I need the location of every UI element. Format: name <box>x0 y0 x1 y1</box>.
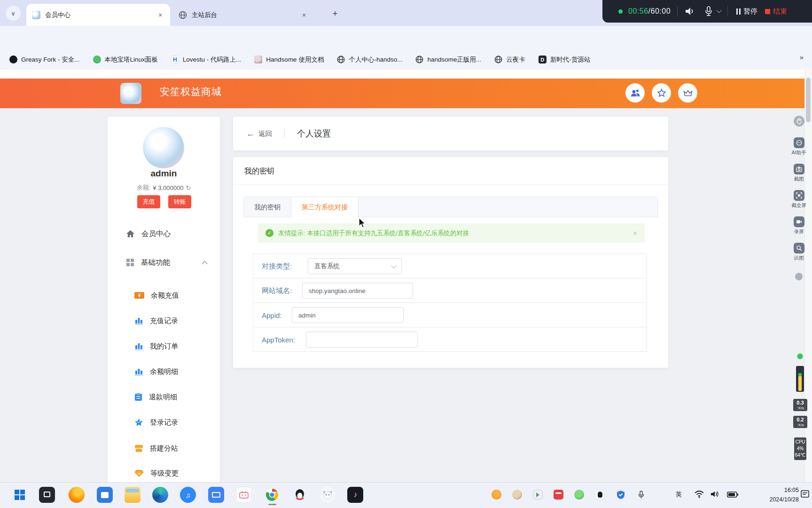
edge-icon[interactable] <box>152 487 168 503</box>
tray-red-icon[interactable] <box>554 490 563 500</box>
store-app-icon[interactable] <box>97 487 113 503</box>
start-button[interactable] <box>12 487 28 503</box>
sidebar-item-login-records[interactable]: 登录记录 <box>108 415 220 429</box>
sidebar-item-recharge-records[interactable]: 充值记录 <box>108 314 220 328</box>
crown-icon[interactable] <box>678 83 697 103</box>
pause-icon[interactable] <box>736 8 741 15</box>
tray-green-icon[interactable] <box>574 490 584 500</box>
alert-close-icon[interactable]: × <box>633 229 637 237</box>
site-title: 安笙权益商城 <box>160 85 222 98</box>
pause-button[interactable]: 暂停 <box>743 7 757 16</box>
tab-search-button[interactable]: ∨ <box>6 6 21 21</box>
wifi-icon[interactable] <box>695 490 704 500</box>
tray-penguin-icon[interactable] <box>595 490 605 500</box>
recharge-button[interactable]: 充值 <box>137 195 160 208</box>
recording-time: 00:56/60:00 <box>628 7 671 16</box>
tray-huorong-icon[interactable] <box>492 490 501 500</box>
video-record-icon <box>794 216 804 227</box>
terminal-app-icon[interactable] <box>39 487 55 503</box>
side-tool-screenshot[interactable]: 截图 <box>788 164 810 183</box>
bookmark-item[interactable]: handsome正版用... <box>415 56 481 64</box>
tray-mic-icon[interactable] <box>636 490 646 500</box>
notification-icon[interactable] <box>801 490 809 500</box>
alert-text: 友情提示: 本接口适用于所有支持九五系统/直客系统/亿乐系统的对接 <box>278 229 469 238</box>
apptoken-input[interactable] <box>306 332 418 348</box>
favorite-star-icon[interactable] <box>652 83 671 103</box>
collapse-chevron-icon[interactable] <box>202 261 208 267</box>
third-party-form: 对接类型: 直客系统 网站域名: shop.yangtao.online App… <box>253 254 647 352</box>
transfer-button[interactable]: 转账 <box>168 195 191 208</box>
side-tool-hand[interactable] <box>788 116 810 127</box>
firefox-icon[interactable] <box>69 487 85 503</box>
stop-button[interactable]: 结束 <box>773 7 787 16</box>
side-tool-more[interactable] <box>788 273 810 280</box>
field-label: 网站域名: <box>262 278 292 303</box>
ai-assistant-icon <box>794 137 804 148</box>
sidebar-item-level-change[interactable]: 等级变更 <box>108 466 220 480</box>
refresh-balance-icon[interactable]: ↻ <box>186 184 191 191</box>
tab-admin-backend[interactable]: 主站后台 × <box>173 4 314 26</box>
members-icon[interactable] <box>625 83 645 103</box>
volume-icon[interactable] <box>710 490 719 500</box>
bookmark-item[interactable]: Greasy Fork - 安全... <box>9 56 80 64</box>
clipboard-icon <box>134 393 142 401</box>
input-method-indicator[interactable]: 英 <box>676 490 682 499</box>
cat-app-icon[interactable] <box>320 487 336 503</box>
sidebar-item-balance-details[interactable]: 余额明细 <box>108 365 220 379</box>
tab-my-keys[interactable]: 我的密钥 <box>244 197 291 217</box>
mic-chevron-icon[interactable] <box>716 8 721 13</box>
appid-input[interactable]: admin <box>292 307 404 323</box>
recording-dot <box>618 9 623 14</box>
battery-icon[interactable] <box>727 491 738 500</box>
website-domain-input[interactable]: shop.yangtao.online <box>302 283 413 299</box>
screen-recorder-bar: 00:56/60:00 暂停 结束 <box>602 0 812 23</box>
side-tool-ai[interactable]: AI助手 <box>788 137 810 156</box>
chrome-icon-active[interactable] <box>264 487 280 503</box>
tab-close-icon[interactable]: × <box>156 11 164 19</box>
taskbar-clock[interactable]: 16:05 2024/10/28 <box>746 485 799 504</box>
success-check-icon: ✓ <box>265 229 273 237</box>
bookmark-item[interactable]: HLovestu - 代码路上... <box>171 56 242 64</box>
new-tab-button[interactable]: + <box>329 8 341 20</box>
bookmark-item[interactable]: 本地宝塔Linux面板 <box>93 56 158 64</box>
microphone-icon[interactable] <box>704 6 713 17</box>
sidebar-item-basic-functions[interactable]: 基础功能 <box>108 255 220 270</box>
side-tool-fullscreen-shot[interactable]: 截全屏 <box>788 190 810 209</box>
tray-cat-icon[interactable] <box>512 490 522 500</box>
sidebar-item-balance-recharge[interactable]: ¥ 余额充值 <box>108 288 220 302</box>
dock-type-select[interactable]: 直客系统 <box>308 258 402 274</box>
sidebar-item-member-center[interactable]: 会员中心 <box>108 227 220 241</box>
qq-icon[interactable] <box>292 487 308 503</box>
tab-close-icon[interactable]: × <box>300 11 308 19</box>
side-tool-record[interactable]: 录屏 <box>788 216 810 235</box>
back-link[interactable]: 返回 <box>258 129 272 138</box>
side-tool-ocr[interactable]: 识图 <box>788 243 810 262</box>
stop-icon[interactable] <box>765 9 770 14</box>
bookmark-item[interactable]: Handsome 使用文档 <box>254 56 324 64</box>
bookmarks-overflow-icon[interactable]: » <box>800 53 804 61</box>
sidebar-item-refund-details[interactable]: 退款明细 <box>108 390 220 404</box>
user-avatar[interactable] <box>143 127 184 168</box>
douyin-icon[interactable]: ♪♪ <box>347 487 363 503</box>
time: 16:05 <box>746 485 799 495</box>
chevron-down-icon <box>391 263 396 268</box>
sidebar-item-my-orders[interactable]: 我的订单 <box>108 339 220 353</box>
tray-play-icon[interactable] <box>533 490 543 500</box>
globe-icon <box>179 11 187 19</box>
bookmark-item[interactable]: D新时代-货源站 <box>539 56 591 64</box>
site-logo[interactable] <box>120 83 141 104</box>
tab-third-party[interactable]: 第三方系统对接 <box>291 197 359 217</box>
settings-header-card: ← 返回 个人设置 <box>233 117 668 151</box>
remote-desktop-app-icon[interactable] <box>208 487 224 503</box>
bookmark-item[interactable]: 云夜卡 <box>494 56 525 64</box>
bilibili-icon[interactable] <box>236 487 252 503</box>
back-arrow-icon[interactable]: ← <box>246 129 255 139</box>
file-explorer-icon[interactable] <box>125 487 141 503</box>
blue-app-icon[interactable]: ♫ <box>180 487 196 503</box>
bookmark-item[interactable]: 个人中心-handso... <box>337 56 402 64</box>
speaker-icon[interactable] <box>684 6 695 16</box>
tab-member-center[interactable]: 会员中心 × <box>26 4 170 26</box>
bar-chart-icon <box>134 317 143 325</box>
tray-shield-icon[interactable] <box>616 490 625 500</box>
sidebar-item-build-substation[interactable]: 搭建分站 <box>108 441 220 455</box>
